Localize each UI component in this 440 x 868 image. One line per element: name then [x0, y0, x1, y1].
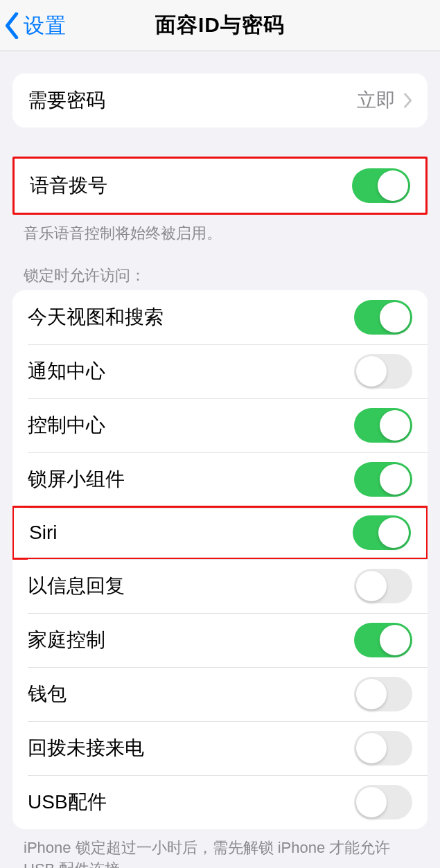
row-voice-dial: 语音拨号 [15, 159, 425, 213]
nav-bar: 设置 面容ID与密码 [0, 0, 440, 51]
row-require-passcode[interactable]: 需要密码 立即 [12, 73, 428, 127]
home-control-label: 家庭控制 [28, 627, 354, 653]
toggle-home-control[interactable] [354, 623, 412, 657]
back-button[interactable]: 设置 [4, 0, 67, 51]
back-label: 设置 [24, 12, 67, 40]
chevron-left-icon [4, 12, 21, 39]
toggle-return-missed-calls[interactable] [354, 731, 412, 765]
toggle-usb-accessories[interactable] [354, 785, 412, 820]
voice-dial-footer: 音乐语音控制将始终被启用。 [0, 215, 440, 245]
voice-dial-label: 语音拨号 [30, 172, 352, 199]
chevron-right-icon [403, 92, 412, 109]
toggle-notification-center[interactable] [354, 354, 412, 389]
toggle-today-view[interactable] [354, 300, 412, 335]
group-voice-dial: 语音拨号 [12, 157, 428, 215]
wallet-label: 钱包 [28, 681, 354, 707]
usb-accessories-label: USB配件 [28, 789, 354, 815]
locked-access-header: 锁定时允许访问： [0, 245, 440, 290]
toggle-voice-dial[interactable] [352, 168, 410, 203]
require-passcode-label: 需要密码 [28, 87, 357, 114]
toggle-control-center[interactable] [354, 408, 412, 443]
row-home-control: 家庭控制 [12, 613, 428, 667]
toggle-lock-widgets[interactable] [354, 462, 412, 497]
row-siri: Siri [12, 506, 428, 560]
row-wallet: 钱包 [12, 667, 428, 721]
today-view-label: 今天视图和搜索 [28, 304, 354, 330]
usb-footer: iPhone 锁定超过一小时后，需先解锁 iPhone 才能允许 USB 配件连… [0, 829, 440, 868]
reply-message-label: 以信息回复 [28, 573, 354, 599]
row-notification-center: 通知中心 [12, 344, 428, 398]
row-reply-message: 以信息回复 [12, 559, 428, 613]
toggle-siri[interactable] [353, 515, 411, 550]
lock-widgets-label: 锁屏小组件 [28, 466, 354, 493]
toggle-reply-message[interactable] [354, 569, 412, 603]
group-locked-access: 今天视图和搜索通知中心控制中心锁屏小组件Siri以信息回复家庭控制钱包回拨未接来… [12, 290, 428, 829]
row-return-missed-calls: 回拨未接来电 [12, 721, 428, 775]
notification-center-label: 通知中心 [28, 358, 354, 384]
siri-label: Siri [29, 522, 353, 544]
row-control-center: 控制中心 [12, 398, 428, 452]
group-require-passcode: 需要密码 立即 [12, 73, 428, 127]
control-center-label: 控制中心 [28, 412, 354, 439]
toggle-wallet[interactable] [354, 677, 412, 711]
row-usb-accessories: USB配件 [12, 775, 428, 829]
row-lock-widgets: 锁屏小组件 [12, 452, 428, 506]
require-passcode-value: 立即 [357, 87, 396, 114]
return-missed-calls-label: 回拨未接来电 [28, 735, 354, 761]
row-today-view: 今天视图和搜索 [12, 290, 428, 344]
